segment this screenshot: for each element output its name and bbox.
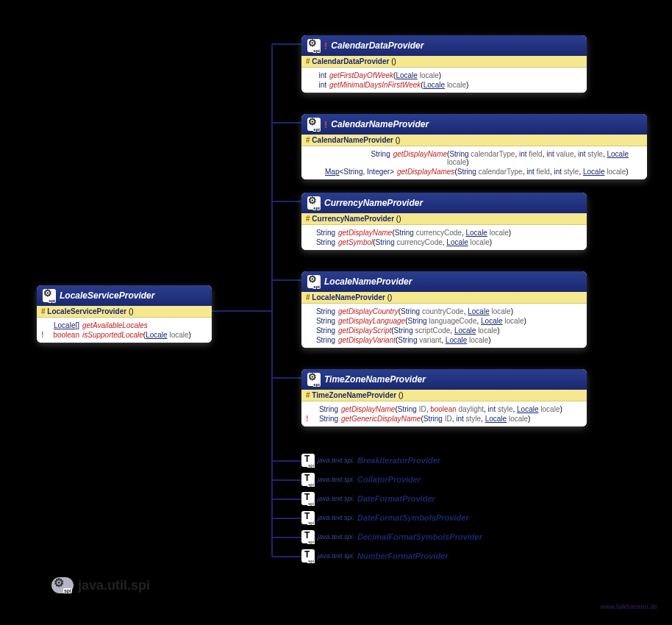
- method-row: String getDisplayScript (String scriptCo…: [301, 326, 587, 335]
- class-box-CalendarDataProvider: !CalendarDataProvider# CalendarDataProvi…: [301, 35, 587, 93]
- class-header: LocaleNameProvider: [301, 271, 587, 292]
- class-box-LocaleNameProvider: LocaleNameProvider# LocaleNameProvider (…: [301, 271, 587, 348]
- type-icon: [301, 549, 315, 562]
- type-icon: [301, 530, 315, 543]
- ref-package: java.text.spi.: [318, 514, 354, 521]
- class-header: !CalendarNameProvider: [301, 114, 647, 135]
- method-row: String getDisplayLanguage (String langua…: [301, 316, 587, 326]
- gear-icon: [51, 577, 74, 593]
- ref-package: java.text.spi.: [318, 495, 354, 502]
- class-name: CalendarDataProvider: [331, 40, 423, 51]
- gear-icon: [307, 118, 321, 131]
- ref-package: java.text.spi.: [318, 552, 354, 560]
- ref-name: NumberFormatProvider: [357, 551, 448, 560]
- package-name: java.util.spi: [78, 578, 150, 593]
- constructor-row: # CalendarDataProvider (): [301, 56, 587, 68]
- method-row: String getDisplayName (String ID, boolea…: [301, 404, 587, 414]
- ref-name: BreakIteratorProvider: [357, 456, 440, 465]
- class-box-CalendarNameProvider: !CalendarNameProvider# CalendarNameProvi…: [301, 114, 647, 179]
- class-name: CalendarNameProvider: [331, 119, 429, 129]
- constructor-row: # TimeZoneNameProvider (): [301, 390, 587, 401]
- class-box-LocaleServiceProvider: LocaleServiceProvider# LocaleServiceProv…: [37, 285, 212, 343]
- ref-name: DateFormatProvider: [357, 494, 435, 503]
- type-icon: [301, 492, 315, 505]
- class-name: TimeZoneNameProvider: [324, 374, 426, 385]
- constructor-row: # LocaleServiceProvider (): [37, 306, 212, 318]
- ref-name: DecimalFormatSymbolsProvider: [357, 532, 482, 541]
- gear-icon: [307, 373, 321, 386]
- constructor-row: # CalendarNameProvider (): [301, 135, 647, 146]
- credit-link[interactable]: www.falkhausen.de: [600, 603, 657, 610]
- ref-package: java.text.spi.: [318, 457, 354, 464]
- class-box-TimeZoneNameProvider: TimeZoneNameProvider# TimeZoneNameProvid…: [301, 369, 587, 426]
- class-name: LocaleNameProvider: [324, 276, 412, 287]
- class-header: LocaleServiceProvider: [37, 285, 212, 306]
- type-icon: [301, 454, 315, 467]
- method-row: String getDisplayCountry (String country…: [301, 307, 587, 316]
- ref-package: java.text.spi.: [318, 533, 354, 540]
- class-box-CurrencyNameProvider: CurrencyNameProvider# CurrencyNameProvid…: [301, 193, 587, 250]
- ref-package: java.text.spi.: [318, 476, 354, 483]
- class-ref-CollatorProvider[interactable]: java.text.spi.CollatorProvider: [301, 473, 421, 486]
- class-name: CurrencyNameProvider: [324, 198, 423, 208]
- gear-icon: [307, 196, 321, 210]
- gear-icon: [307, 275, 321, 288]
- class-ref-DateFormatSymbolsProvider[interactable]: java.text.spi.DateFormatSymbolsProvider: [301, 511, 469, 524]
- method-row: !boolean isSupportedLocale (Locale local…: [37, 330, 212, 340]
- class-header: !CalendarDataProvider: [301, 35, 587, 56]
- method-row: !String getGenericDisplayName (String ID…: [301, 414, 587, 424]
- class-header: TimeZoneNameProvider: [301, 369, 587, 390]
- class-ref-DateFormatProvider[interactable]: java.text.spi.DateFormatProvider: [301, 492, 435, 505]
- method-row: String getDisplayName (String currencyCo…: [301, 228, 587, 238]
- package-label: java.util.spi: [51, 577, 150, 593]
- method-row: Locale[] getAvailableLocales: [37, 321, 212, 330]
- method-row: String getDisplayName (String calendarTy…: [301, 149, 647, 167]
- marker-icon: !: [324, 119, 327, 130]
- gear-icon: [307, 39, 321, 52]
- method-row: String getSymbol (String currencyCode, L…: [301, 238, 587, 247]
- ref-name: CollatorProvider: [357, 475, 421, 484]
- method-row: int getFirstDayOfWeek (Locale locale): [301, 71, 587, 80]
- type-icon: [301, 473, 315, 486]
- class-ref-NumberFormatProvider[interactable]: java.text.spi.NumberFormatProvider: [301, 549, 448, 562]
- method-row: Map<String, Integer> getDisplayNames (St…: [301, 167, 647, 176]
- type-icon: [301, 511, 315, 524]
- constructor-row: # CurrencyNameProvider (): [301, 213, 587, 225]
- method-row: String getDisplayVariant (String variant…: [301, 335, 587, 345]
- class-header: CurrencyNameProvider: [301, 193, 587, 213]
- constructor-row: # LocaleNameProvider (): [301, 292, 587, 304]
- class-ref-BreakIteratorProvider[interactable]: java.text.spi.BreakIteratorProvider: [301, 454, 440, 467]
- ref-name: DateFormatSymbolsProvider: [357, 513, 469, 522]
- method-row: int getMinimalDaysInFirstWeek (Locale lo…: [301, 80, 587, 90]
- class-name: LocaleServiceProvider: [60, 290, 154, 301]
- marker-icon: !: [324, 40, 327, 51]
- class-ref-DecimalFormatSymbolsProvider[interactable]: java.text.spi.DecimalFormatSymbolsProvid…: [301, 530, 482, 543]
- gear-icon: [43, 289, 56, 302]
